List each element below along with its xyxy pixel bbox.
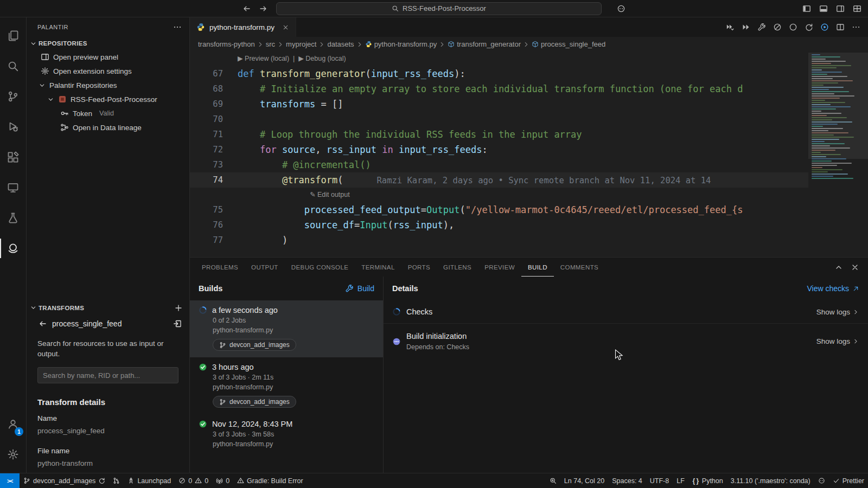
editor-tab[interactable]: python-transform.py: [190, 17, 296, 37]
panel-tab-build[interactable]: BUILD: [521, 258, 554, 277]
show-logs-link[interactable]: Show logs: [816, 308, 859, 316]
accounts-button[interactable]: 1: [0, 409, 26, 439]
remote-indicator[interactable]: ><: [0, 473, 20, 488]
code-line[interactable]: 77 ): [190, 233, 868, 248]
breadcrumb-item[interactable]: myproject: [286, 40, 316, 48]
panel-tab-comments[interactable]: COMMENTS: [554, 258, 605, 277]
sidebar-item-palantir-repositories[interactable]: Palantir Repositories: [27, 78, 189, 92]
codelens[interactable]: ▶ Preview (local) | ▶ Debug (local): [238, 52, 346, 66]
launchpad-status[interactable]: Launchpad: [124, 473, 175, 488]
open-file-icon[interactable]: [173, 319, 182, 328]
problems-status[interactable]: 00: [175, 473, 212, 488]
breadcrumb-item[interactable]: src: [266, 40, 275, 48]
activity-bar-item-remote-explorer[interactable]: [0, 172, 26, 203]
run-menu-button[interactable]: [726, 23, 735, 31]
code-line[interactable]: 76 source_df=Input(rss_input),: [190, 217, 868, 233]
resource-search-input[interactable]: [37, 367, 178, 383]
language-status[interactable]: { }Python: [688, 473, 727, 488]
run-all-button[interactable]: [742, 23, 750, 31]
view-checks-link[interactable]: View checks: [807, 284, 859, 293]
sidebar-item-open-preview-panel[interactable]: Open preview panel: [27, 50, 189, 64]
sidebar-item-open-extension-settings[interactable]: Open extension settings: [27, 64, 189, 78]
panel-tab-terminal[interactable]: TERMINAL: [355, 258, 401, 277]
line-number[interactable]: 75: [190, 202, 238, 217]
close-tab-icon[interactable]: [282, 24, 289, 31]
maximize-panel-icon[interactable]: [834, 263, 843, 272]
code-line[interactable]: 69 transforms = []: [190, 97, 868, 112]
code-line[interactable]: 70: [190, 112, 868, 127]
refresh-button[interactable]: [805, 23, 813, 31]
activity-bar-item-extensions[interactable]: [0, 142, 26, 172]
python-interpreter[interactable]: 3.11.10 ('.maestro': conda): [727, 473, 814, 488]
back-icon[interactable]: [242, 4, 251, 13]
indentation-status[interactable]: Spaces: 4: [608, 473, 646, 488]
breadcrumb-item[interactable]: transform_generator: [448, 40, 521, 48]
panel-tab-problems[interactable]: PROBLEMS: [195, 258, 245, 277]
panel-tab-gitlens[interactable]: GITLENS: [437, 258, 478, 277]
copilot-status[interactable]: [814, 473, 829, 488]
line-number[interactable]: 73: [190, 157, 238, 172]
build-wrench-button[interactable]: [757, 23, 766, 31]
panel-tab-output[interactable]: OUTPUT: [245, 258, 285, 277]
line-number[interactable]: 69: [190, 97, 238, 112]
build-item[interactable]: Nov 12, 2024, 8:43 PM3 of 3 Jobs · 3m 58…: [190, 414, 383, 454]
code-line[interactable]: 74 @transform(Ramzi Karam, 2 days ago • …: [190, 172, 868, 188]
activity-bar-item-testing[interactable]: [0, 203, 26, 233]
manage-button[interactable]: [0, 439, 26, 470]
layout-grid-icon[interactable]: [853, 4, 861, 13]
build-button[interactable]: Build: [345, 284, 374, 293]
activity-bar-item-run-debug[interactable]: [0, 112, 26, 142]
code-line[interactable]: 71 # Loop through the individual RSS fee…: [190, 127, 868, 142]
breadcrumb-item[interactable]: transforms-python: [198, 40, 255, 48]
line-number[interactable]: 76: [190, 217, 238, 233]
eol-status[interactable]: LF: [673, 473, 688, 488]
branch-status[interactable]: devcon_add_images: [20, 473, 109, 488]
layout-right-icon[interactable]: [836, 4, 845, 13]
build-item[interactable]: a few seconds ago0 of 2 Jobspython-trans…: [190, 300, 383, 357]
more-actions-icon[interactable]: [173, 23, 182, 31]
panel-tab-preview[interactable]: PREVIEW: [478, 258, 521, 277]
code-editor[interactable]: ▶ Preview (local) | ▶ Debug (local)67def…: [190, 52, 868, 257]
transforms-section-header[interactable]: TRANSFORMS: [27, 301, 189, 314]
more-actions-button[interactable]: [852, 23, 860, 31]
show-logs-link[interactable]: Show logs: [816, 337, 859, 345]
build-item[interactable]: 3 hours ago3 of 3 Jobs · 2m 11spython-tr…: [190, 357, 383, 414]
code-line[interactable]: 75 processed_feed_output=Output("/yellow…: [190, 202, 868, 217]
repositories-section-header[interactable]: REPOSITORIES: [27, 37, 189, 50]
encoding-status[interactable]: UTF-8: [646, 473, 673, 488]
line-number[interactable]: 68: [190, 81, 238, 97]
code-line[interactable]: 67def transform_generator(input_rss_feed…: [190, 66, 868, 81]
sidebar-item-repository[interactable]: RSS-Feed-Post-Processor: [27, 92, 189, 106]
line-number[interactable]: 74: [190, 172, 238, 188]
breadcrumb-item[interactable]: process_single_feed: [532, 40, 605, 48]
activity-bar-item-source-control[interactable]: [0, 81, 26, 112]
minimap-slider[interactable]: [808, 53, 868, 159]
prettier-status[interactable]: Prettier: [829, 473, 868, 488]
add-transform-icon[interactable]: [174, 304, 183, 312]
code-line[interactable]: 73 # @incremental(): [190, 157, 868, 172]
run-circle-button[interactable]: [820, 23, 829, 31]
copilot-icon[interactable]: [617, 4, 626, 13]
command-center-search[interactable]: RSS-Feed-Post-Processor: [276, 2, 602, 15]
back-icon[interactable]: [39, 319, 47, 328]
ports-status[interactable]: 0: [212, 473, 233, 488]
layout-bottom-icon[interactable]: [819, 4, 828, 13]
breadcrumb-item[interactable]: python-transform.py: [365, 40, 437, 48]
panel-tab-debug-console[interactable]: DEBUG CONSOLE: [285, 258, 355, 277]
forward-icon[interactable]: [259, 4, 267, 13]
line-number[interactable]: 77: [190, 233, 238, 248]
activity-bar-item-explorer[interactable]: [0, 21, 26, 51]
sidebar-item-open-data-lineage[interactable]: Open in Data lineage: [27, 120, 189, 134]
layout-left-icon[interactable]: [802, 4, 811, 13]
activity-bar-item-palantir[interactable]: [0, 233, 26, 264]
line-number[interactable]: 72: [190, 142, 238, 157]
gradle-status[interactable]: Gradle: Build Error: [233, 473, 307, 488]
code-line[interactable]: 68 # Initialize an empty array to store …: [190, 81, 868, 97]
circle-slash-button[interactable]: [773, 23, 782, 31]
panel-tab-ports[interactable]: PORTS: [401, 258, 437, 277]
line-number[interactable]: 70: [190, 112, 238, 127]
cursor-position[interactable]: Ln 74, Col 20: [560, 473, 608, 488]
pull-request-status[interactable]: [109, 473, 124, 488]
breadcrumb-item[interactable]: datasets: [327, 40, 354, 48]
activity-bar-item-search[interactable]: [0, 51, 26, 81]
